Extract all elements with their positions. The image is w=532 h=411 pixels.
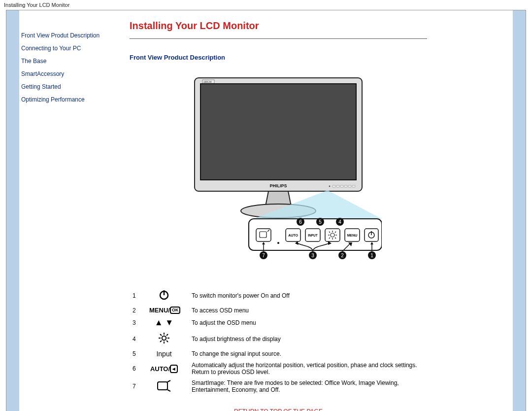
section-title: Front View Product Description [130,54,427,61]
sidebar-link-front-view[interactable]: Front View Produt Description [21,32,123,39]
row-num: 3 [130,316,146,330]
sidebar-nav: Front View Produt Description Connecting… [19,10,125,411]
svg-rect-9 [352,185,355,187]
svg-rect-65 [158,382,167,390]
return-to-top-link[interactable]: RETURN TO TOP OF THE PAGE [234,408,323,411]
sidebar-link-optimizing[interactable]: Optimizing Performance [21,96,123,103]
up-down-icon: ▲ ▼ [146,316,189,330]
monitor-brand-label: PHILIPS [269,183,287,188]
main-content: Installing Your LCD Monitor Front View P… [125,10,526,411]
svg-line-62 [166,341,168,342]
page-title: Installing Your LCD Monitor [130,20,427,32]
svg-rect-8 [348,185,351,187]
svg-text:INPUT: INPUT [308,234,318,237]
svg-text:6: 6 [299,219,302,225]
row-desc: To adjust brightness of the display [189,330,427,348]
monitor-figure: 190CW PHILIPS [130,73,427,272]
sidebar-link-smartaccessory[interactable]: SmartAccessory [21,70,123,77]
svg-rect-4 [332,185,335,187]
menu-ok-icon: MENU/OK [146,305,189,316]
window-title-strip: Installing Your LCD Monitor [0,0,532,10]
row-num: 6 [130,360,146,377]
svg-text:2: 2 [341,253,344,258]
table-row: 5 Input To change the signal input sourc… [130,348,427,360]
svg-line-64 [160,341,162,342]
svg-text:3: 3 [311,253,314,258]
row-desc: Automatically adjust the horizontal posi… [189,360,427,377]
row-num: 7 [130,377,146,395]
svg-text:7: 7 [262,253,265,258]
monitor-model-label: 190CW [203,80,212,83]
svg-rect-7 [344,185,347,187]
row-desc: SmartImage: There are five modes to be s… [189,377,427,395]
svg-point-3 [329,186,331,187]
table-row: 3 ▲ ▼ To adjust the OSD menu [130,316,427,330]
left-accent-bar [6,10,19,411]
row-num: 2 [130,305,146,316]
right-accent-bar [513,10,526,411]
input-icon: Input [146,348,189,360]
row-desc: To access OSD menu [189,305,427,316]
svg-point-56 [162,336,166,340]
brightness-icon [146,330,189,348]
title-rule [130,38,427,39]
table-row: 1 To switch monitor's power On and Off [130,286,427,305]
svg-rect-6 [340,185,343,187]
table-row: 2 MENU/OK To access OSD menu [130,305,427,316]
row-desc: To switch monitor's power On and Off [189,286,427,305]
table-row: 6 AUTO/◂ Automatically adjust the horizo… [130,360,427,377]
power-icon [146,286,189,305]
svg-text:1: 1 [370,253,373,258]
monitor-illustration: 190CW PHILIPS [175,73,382,270]
svg-text:MENU: MENU [347,234,358,237]
svg-text:AUTO: AUTO [288,234,298,237]
svg-line-63 [166,334,168,336]
row-desc: To adjust the OSD menu [189,316,427,330]
return-to-top: RETURN TO TOP OF THE PAGE [130,408,427,411]
row-num: 4 [130,330,146,348]
bezel-button-dots [329,185,355,187]
window-title: Installing Your LCD Monitor [4,2,69,8]
svg-line-61 [160,334,162,336]
description-table: 1 To switch monitor's power On and Off 2… [130,286,427,395]
svg-text:5: 5 [319,219,322,225]
sidebar-link-base[interactable]: The Base [21,58,123,65]
table-row: 4 To adjust b [130,330,427,348]
row-num: 1 [130,286,146,305]
svg-rect-5 [336,185,339,187]
svg-text:4: 4 [338,219,341,225]
smartimage-icon [146,377,189,395]
svg-point-18 [277,242,279,244]
table-row: 7 SmartImage: There are five modes to be… [130,377,427,395]
svg-rect-23 [325,229,340,241]
sidebar-link-getting-started[interactable]: Getting Started [21,83,123,90]
row-desc: To change the signal input source. [189,348,427,360]
row-num: 5 [130,348,146,360]
svg-rect-1 [200,84,356,180]
sidebar-link-connecting[interactable]: Connecting to Your PC [21,45,123,52]
auto-back-icon: AUTO/◂ [146,360,189,377]
page-frame: Front View Produt Description Connecting… [6,10,526,411]
